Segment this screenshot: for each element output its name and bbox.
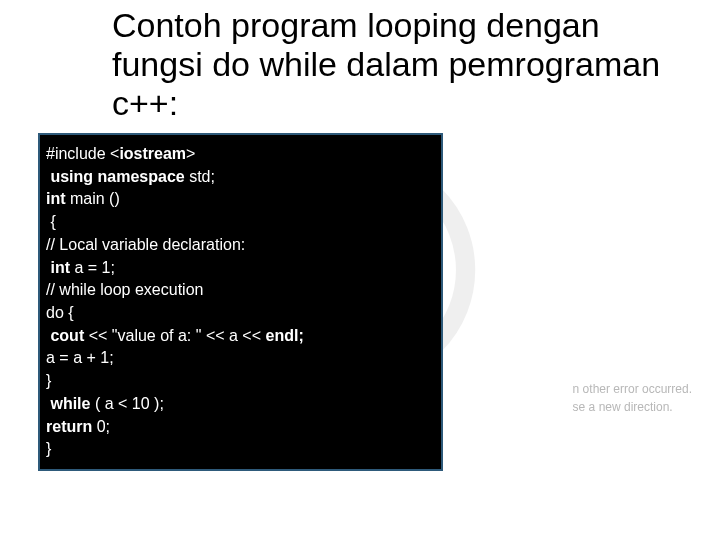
code-line-13: return 0;	[46, 418, 110, 435]
code-line-7: // while loop execution	[46, 281, 203, 298]
code-line-6: int a = 1;	[46, 259, 115, 276]
code-line-5: // Local variable declaration:	[46, 236, 245, 253]
code-line-3: int main ()	[46, 190, 120, 207]
code-line-9: cout << "value of a: " << a << endl;	[46, 327, 304, 344]
code-line-8: do {	[46, 304, 74, 321]
code-line-10: a = a + 1;	[46, 349, 114, 366]
bg-line-2: se a new direction.	[573, 398, 692, 416]
code-line-1: #include <iostream>	[46, 145, 195, 162]
code-line-14: }	[46, 440, 51, 457]
code-line-12: while ( a < 10 );	[46, 395, 164, 412]
slide-title: Contoh program looping dengan fungsi do …	[112, 6, 682, 123]
bg-line-1: n other error occurred.	[573, 380, 692, 398]
code-line-11: }	[46, 372, 51, 389]
background-error-text: n other error occurred. se a new directi…	[573, 380, 692, 416]
code-block: #include <iostream> using namespace std;…	[38, 133, 443, 471]
code-line-4: {	[46, 213, 56, 230]
code-line-2: using namespace std;	[46, 168, 215, 185]
